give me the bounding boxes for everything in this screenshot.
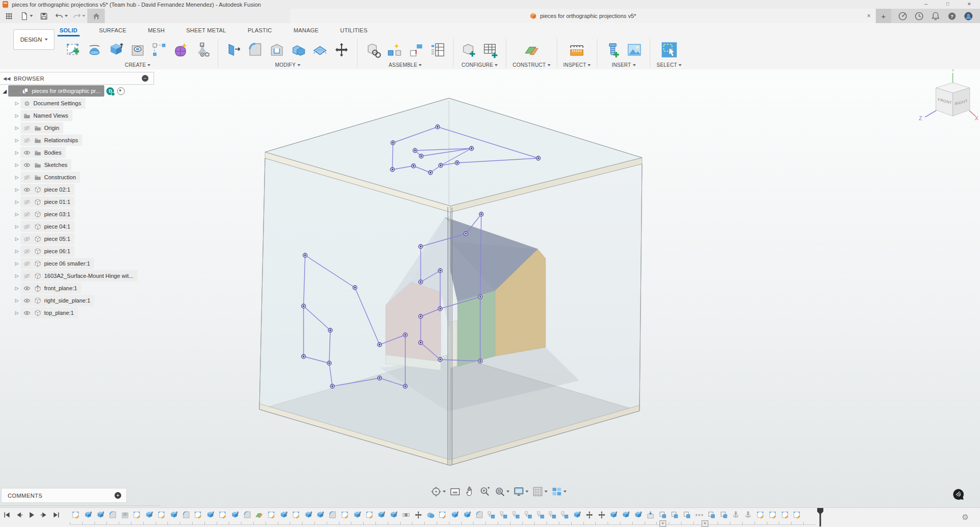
visibility-eye-icon[interactable] [23,296,31,305]
browser-row-piece-04-1[interactable]: ▷piece 04:1 [0,220,154,233]
expand-arrow-icon[interactable]: ▷ [13,175,21,180]
browser-row-piece-05-1[interactable]: ▷piece 05:1 [0,233,154,245]
timeline-feature-extrude[interactable] [167,510,180,520]
expand-arrow-icon[interactable]: ▷ [13,261,21,266]
ribbon-group-label[interactable]: CREATE [125,62,150,68]
timeline-feature-sketch[interactable] [363,510,375,520]
ribbon-tab-solid[interactable]: SOLID [58,26,80,36]
browser-row-sketches[interactable]: ▷Sketches [0,159,154,171]
browser-row-right-side-plane-1[interactable]: ▷right_side_plane:1 [0,294,154,307]
browser-row-construction[interactable]: ▷Construction [0,171,154,183]
timeline-feature-offset-plane[interactable] [669,510,681,520]
profile-icon[interactable] [964,11,973,21]
timeline-feature-insert[interactable] [644,510,656,520]
file-button[interactable] [17,9,35,23]
timeline-feature-sketch[interactable] [192,510,204,520]
browser-row-top-plane-1[interactable]: ▷top_plane:1 [0,307,154,319]
look-at-tool[interactable] [449,486,461,497]
timeline-feature-sketch[interactable] [437,510,449,520]
timeline-feature-extrude[interactable] [461,510,474,520]
visibility-eye-icon[interactable] [23,235,31,243]
timeline-feature-extrude[interactable] [375,510,388,520]
document-tab[interactable]: pieces for orthographic projections v5* … [290,9,876,23]
maximize-button[interactable]: □ [937,0,958,9]
motion-study-button[interactable] [428,40,447,60]
timeline-feature-fillet[interactable] [327,510,339,520]
configure-button[interactable] [460,40,478,60]
timeline-feature-extrude[interactable] [95,510,107,520]
canvas-button[interactable] [625,40,644,60]
browser-row-bodies[interactable]: ▷Bodies [0,146,154,159]
grid-display-tool[interactable] [532,486,548,497]
timeline-feature-sketch[interactable] [290,510,302,520]
visibility-eye-icon[interactable] [23,198,31,206]
step-back-button[interactable] [15,511,23,521]
rectangular-pattern-button[interactable] [150,40,168,60]
home-button[interactable] [87,9,105,23]
measure-button[interactable] [568,40,586,60]
undo-button[interactable] [52,9,70,23]
ribbon-tab-manage[interactable]: MANAGE [291,26,321,36]
help-icon[interactable]: ? [947,11,957,21]
activate-component-radio[interactable] [117,87,125,95]
timeline-feature-extrude[interactable] [143,510,156,520]
expand-arrow-icon[interactable]: ▷ [13,249,21,254]
timeline-feature-extrude[interactable] [388,510,400,520]
form-button[interactable] [172,40,190,60]
configuration-table-button[interactable] [481,40,500,60]
timeline-feature-extrude[interactable] [449,510,461,520]
new-component-button[interactable] [364,40,382,60]
visibility-eye-icon[interactable] [23,259,31,268]
comments-bar[interactable]: COMMENTS + [1,488,127,503]
offset-face-button[interactable] [311,40,329,60]
browser-row-piece-06-1[interactable]: ▷piece 06:1 [0,245,154,257]
extensions-icon[interactable] [898,11,908,21]
expand-arrow-icon[interactable]: ▷ [13,224,21,229]
timeline-feature-move[interactable] [412,510,424,520]
collapse-panel-icon[interactable]: ◀◀ [3,76,11,81]
ribbon-group-label[interactable]: CONSTRUCT [513,62,551,68]
browser-row-1603a2-surface-mount-hinge-wit[interactable]: ▷1603A2_Surface-Mount Hinge wit... [0,270,154,282]
expand-arrow-icon[interactable]: ▷ [13,125,21,130]
step-forward-button[interactable] [40,511,48,521]
timeline-feature-sketch[interactable] [131,510,143,520]
browser-row-front-plane-1[interactable]: ▷front_plane:1 [0,282,154,294]
visibility-eye-icon[interactable] [23,210,31,218]
go-to-start-button[interactable] [3,511,11,521]
browser-row-piece-03-1[interactable]: ▷piece 03:1 [0,208,154,220]
visibility-eye-icon[interactable] [23,124,31,132]
browser-row-piece-02-1[interactable]: ▷piece 02:1 [0,183,154,196]
timeline-feature-component[interactable] [510,510,522,520]
timeline-feature-extrude[interactable] [82,510,95,520]
ribbon-group-label[interactable]: CONFIGURE [462,62,498,68]
browser-row-piece-01-1[interactable]: ▷piece 01:1 [0,196,154,208]
joint-button[interactable] [385,40,404,60]
expand-arrow-icon[interactable]: ▷ [13,273,21,278]
timeline-feature-fillet[interactable] [473,510,485,520]
expand-arrow-icon[interactable]: ▷ [13,113,21,118]
timeline-feature-sketch[interactable] [791,510,803,520]
select-button[interactable] [660,40,679,60]
timeline-feature-offset-plane[interactable] [681,510,693,520]
browser-row-piece-06-smaller-1[interactable]: ▷piece 06 smaller:1 [0,257,154,270]
timeline-feature-sketch[interactable] [755,510,767,520]
timeline-feature-extrude[interactable] [314,510,327,520]
timeline-feature-component[interactable] [485,510,498,520]
pipe-button[interactable] [193,40,212,60]
create-sketch-button[interactable] [64,40,82,60]
ribbon-group-label[interactable]: INSERT [612,62,636,68]
ribbon-group-label[interactable]: MODIFY [275,62,300,68]
visibility-eye-icon[interactable] [23,309,31,317]
timeline-feature-sketch[interactable] [70,510,82,520]
timeline-feature-sketch[interactable] [766,510,779,520]
expand-arrow-icon[interactable]: ▷ [13,150,21,155]
app-menu-button[interactable] [0,9,17,23]
timeline-feature-link[interactable] [400,510,412,520]
zoom-tool[interactable] [479,486,491,497]
go-to-end-button[interactable] [52,511,60,521]
workspace-selector[interactable]: DESIGN [13,29,54,50]
close-tab-icon[interactable]: × [867,12,871,20]
timeline-feature-offset-plane[interactable] [656,510,669,520]
timeline-feature-move[interactable] [595,510,608,520]
timeline-group-expand-button[interactable]: + [659,520,666,527]
